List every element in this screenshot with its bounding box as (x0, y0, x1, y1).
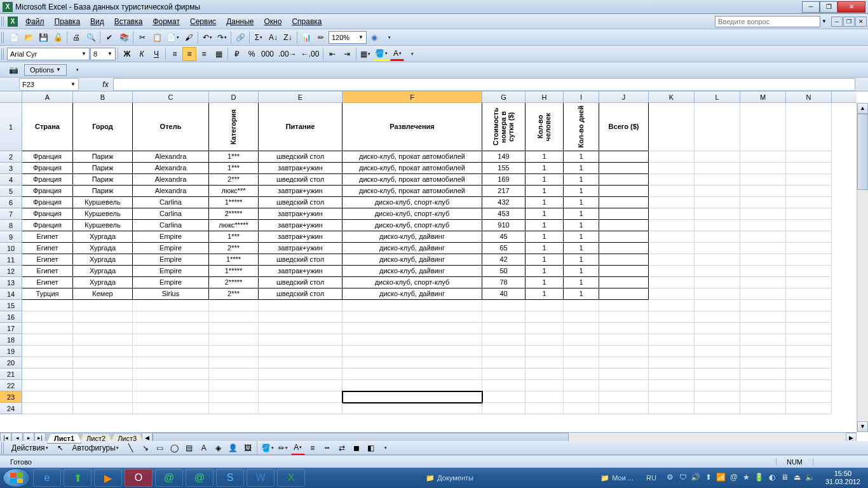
taskbar-word-icon[interactable]: W (247, 469, 275, 487)
cell-E15[interactable] (259, 300, 342, 311)
cell-C4[interactable]: Alexandra (133, 174, 209, 186)
cell-L14[interactable] (695, 288, 740, 300)
cell-M1[interactable] (740, 103, 786, 151)
cell-N17[interactable] (786, 323, 832, 334)
cell-M10[interactable] (740, 243, 786, 254)
cell-I15[interactable] (564, 300, 599, 311)
cell-L3[interactable] (695, 163, 740, 174)
copy-icon[interactable]: 📋 (150, 30, 164, 44)
cell-L20[interactable] (695, 357, 740, 369)
paste-icon[interactable]: 📄▾ (165, 30, 181, 44)
font-name-combobox[interactable]: Arial Cyr▼ (7, 48, 90, 60)
shadow-icon[interactable]: ◼ (349, 441, 363, 455)
cell-J5[interactable] (599, 186, 649, 197)
cell-D24[interactable] (209, 403, 259, 414)
cell-L18[interactable] (695, 334, 740, 346)
cell-I4[interactable]: 1 (564, 174, 599, 186)
taskbar-my-folder[interactable]: 📁 Мои ... (594, 473, 640, 484)
cell-M11[interactable] (740, 254, 786, 266)
cell-G16[interactable] (482, 311, 526, 323)
cell-C17[interactable] (133, 323, 209, 334)
sort-asc-icon[interactable]: A↓ (266, 30, 280, 44)
cell-F9[interactable]: диско-клуб, дайвинг (342, 231, 482, 243)
cell-A21[interactable] (22, 369, 73, 380)
cell-M23[interactable] (740, 391, 786, 403)
row-header-7[interactable]: 7 (0, 208, 22, 220)
cell-E8[interactable]: завтрак+ужин (259, 220, 342, 231)
scroll-down-icon[interactable]: ▼ (857, 421, 868, 432)
cell-C19[interactable] (133, 346, 209, 357)
menu-edit[interactable]: Правка (50, 15, 86, 28)
cell-G22[interactable] (482, 380, 526, 391)
cell-A10[interactable]: Египет (22, 243, 73, 254)
cell-D14[interactable]: 2*** (209, 288, 259, 300)
cell-J15[interactable] (599, 300, 649, 311)
cell-A22[interactable] (22, 380, 73, 391)
taskbar-ie-icon[interactable]: e (33, 469, 61, 487)
cell-K8[interactable] (649, 220, 695, 231)
cell-G4[interactable]: 169 (482, 174, 526, 186)
tray-icon[interactable]: 🖥 (780, 473, 790, 483)
cell-C24[interactable] (133, 403, 209, 414)
cell-C13[interactable]: Empire (133, 277, 209, 288)
cell-D2[interactable]: 1*** (209, 151, 259, 163)
tray-icon[interactable]: ⏏ (792, 473, 803, 483)
cell-M16[interactable] (740, 311, 786, 323)
cell-E7[interactable]: завтрак+ужин (259, 208, 342, 220)
cell-E5[interactable]: завтрак+ужин (259, 186, 342, 197)
wordart-icon[interactable]: A (197, 441, 211, 455)
toolbar-options-icon[interactable]: ▾ (71, 63, 85, 77)
cell-K12[interactable] (649, 266, 695, 277)
cell-B18[interactable] (73, 334, 133, 346)
cell-E12[interactable]: завтрак+ужин (259, 266, 342, 277)
cell-A9[interactable]: Египет (22, 231, 73, 243)
borders-icon[interactable]: ▦▾ (358, 47, 372, 61)
cell-I12[interactable]: 1 (564, 266, 599, 277)
toolbar-grip[interactable] (1, 442, 5, 454)
row-header-19[interactable]: 19 (0, 346, 22, 357)
cell-H3[interactable]: 1 (526, 163, 564, 174)
cell-J14[interactable] (599, 288, 649, 300)
cell-B24[interactable] (73, 403, 133, 414)
cell-J24[interactable] (599, 403, 649, 414)
textbox-icon[interactable]: ▤ (182, 441, 196, 455)
cell-F15[interactable] (342, 300, 482, 311)
fill-color-icon[interactable]: 🪣▾ (373, 47, 390, 61)
merge-center-icon[interactable]: ▦ (212, 47, 226, 61)
cell-K10[interactable] (649, 243, 695, 254)
oval-icon[interactable]: ◯ (168, 441, 182, 455)
cell-J6[interactable] (599, 197, 649, 208)
cell-L13[interactable] (695, 277, 740, 288)
cell-L17[interactable] (695, 323, 740, 334)
cell-I5[interactable]: 1 (564, 186, 599, 197)
vertical-scrollbar[interactable]: ▲ ▼ (857, 103, 868, 432)
menu-window[interactable]: Окно (259, 15, 287, 28)
cell-M12[interactable] (740, 266, 786, 277)
row-header-10[interactable]: 10 (0, 243, 22, 254)
cell-N20[interactable] (786, 357, 832, 369)
cell-A12[interactable]: Египет (22, 266, 73, 277)
cell-K3[interactable] (649, 163, 695, 174)
cell-F6[interactable]: диско-клуб, спорт-клуб (342, 197, 482, 208)
cell-N2[interactable] (786, 151, 832, 163)
cell-B1[interactable]: Город (73, 103, 133, 151)
cell-G3[interactable]: 155 (482, 163, 526, 174)
cell-L7[interactable] (695, 208, 740, 220)
taskbar-skype-icon[interactable]: S (216, 469, 244, 487)
cell-D23[interactable] (209, 391, 259, 403)
cell-J11[interactable] (599, 254, 649, 266)
cell-A14[interactable]: Турция (22, 288, 73, 300)
cell-E2[interactable]: шведский стол (259, 151, 342, 163)
cell-A5[interactable]: Франция (22, 186, 73, 197)
cell-N5[interactable] (786, 186, 832, 197)
cell-G17[interactable] (482, 323, 526, 334)
cell-K20[interactable] (649, 357, 695, 369)
decrease-decimal-icon[interactable]: ←.00 (299, 47, 322, 61)
cell-J18[interactable] (599, 334, 649, 346)
cell-N23[interactable] (786, 391, 832, 403)
cell-I3[interactable]: 1 (564, 163, 599, 174)
cell-M3[interactable] (740, 163, 786, 174)
cell-F16[interactable] (342, 311, 482, 323)
tray-volume-icon[interactable]: 🔈 (805, 473, 815, 483)
scroll-thumb[interactable] (857, 114, 868, 190)
